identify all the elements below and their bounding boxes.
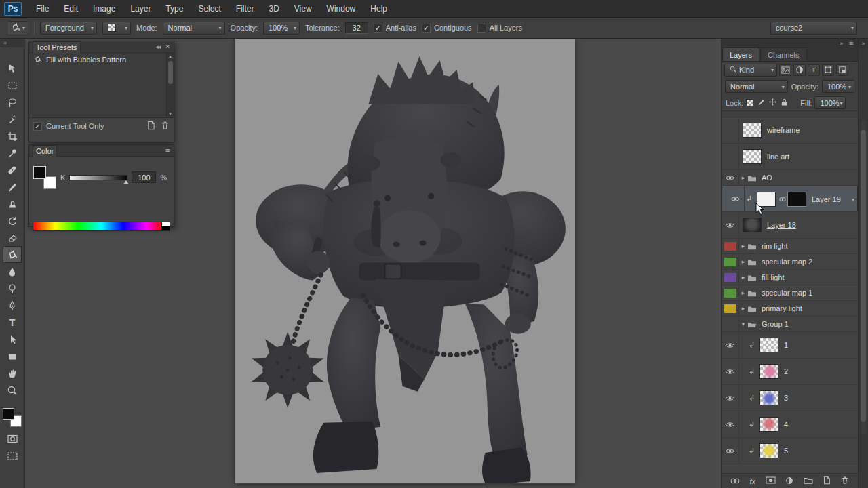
layer-name[interactable]: 4 <box>784 420 788 428</box>
color-panel-header[interactable]: Color <box>29 145 174 157</box>
layer-thumbnail[interactable] <box>757 192 776 207</box>
layer-row-specular-map-2[interactable]: specular map 2 <box>722 254 858 270</box>
filter-adjustment-layers-icon[interactable] <box>793 64 806 76</box>
expand-arrow-icon[interactable] <box>739 258 747 265</box>
tool-eraser[interactable] <box>3 229 22 246</box>
layer-name[interactable]: 5 <box>784 447 788 455</box>
tool-healing-brush[interactable] <box>3 161 22 178</box>
layer-row-line-art[interactable]: line art <box>722 144 858 170</box>
tool-presets-header[interactable]: Tool Presets <box>29 41 174 53</box>
layer-row-rim-light[interactable]: rim light <box>722 239 858 254</box>
menu-select[interactable]: Select <box>191 0 228 18</box>
filter-pixel-layers-icon[interactable] <box>779 64 791 76</box>
dock-menu-icon[interactable] <box>848 40 854 47</box>
menu-3d[interactable]: 3D <box>261 0 286 18</box>
visibility-well[interactable] <box>722 285 739 300</box>
lock-paint-icon[interactable] <box>757 98 765 107</box>
k-slider-knob[interactable] <box>123 180 129 184</box>
tool-hand[interactable] <box>3 365 22 382</box>
visibility-well[interactable] <box>722 301 739 316</box>
layer-thumbnail[interactable] <box>743 123 762 138</box>
new-adjustment-layer-icon[interactable] <box>785 476 793 486</box>
layer-name[interactable]: Layer 18 <box>767 221 796 229</box>
quick-mask-button[interactable] <box>7 434 18 445</box>
filter-smart-objects-icon[interactable] <box>836 64 848 76</box>
visibility-well[interactable] <box>722 117 739 143</box>
visibility-toggle[interactable] <box>722 411 739 437</box>
visibility-toggle[interactable] <box>722 170 739 185</box>
workspace-select[interactable]: course2 <box>770 22 857 35</box>
collapse-arrow-icon[interactable] <box>739 321 747 327</box>
filter-kind-select[interactable]: Kind <box>724 64 777 77</box>
new-group-icon[interactable] <box>804 476 813 485</box>
tab-channels[interactable]: Channels <box>760 47 806 61</box>
tool-rectangular-marquee[interactable] <box>3 77 22 94</box>
visibility-toggle[interactable] <box>722 385 739 411</box>
delete-preset-icon[interactable] <box>161 121 170 131</box>
visibility-well[interactable] <box>722 317 739 331</box>
expand-arrow-icon[interactable] <box>739 243 747 249</box>
menu-filter[interactable]: Filter <box>229 0 262 18</box>
new-preset-icon[interactable] <box>146 121 155 131</box>
layer-row-primary-light[interactable]: primary light <box>722 301 858 317</box>
tool-zoom[interactable] <box>3 382 22 399</box>
layer-row-1[interactable]: 1 <box>722 332 858 359</box>
layer-row-3[interactable]: 3 <box>722 385 858 411</box>
lock-transparency-icon[interactable] <box>746 99 753 106</box>
fill-source-select[interactable]: Foreground <box>40 22 97 35</box>
contiguous-checkbox[interactable] <box>422 24 431 33</box>
tolerance-input[interactable] <box>345 22 368 34</box>
layer-thumbnail[interactable] <box>760 443 778 458</box>
tool-path-selection[interactable] <box>3 331 22 348</box>
pattern-select[interactable] <box>102 22 131 35</box>
close-panel-icon[interactable] <box>165 43 170 50</box>
visibility-toggle[interactable] <box>727 186 745 211</box>
all-layers-option[interactable]: All Layers <box>477 24 522 33</box>
layer-name[interactable]: specular map 1 <box>762 289 812 297</box>
menu-window[interactable]: Window <box>319 0 363 18</box>
tool-quick-selection[interactable] <box>3 110 22 127</box>
layer-style-button[interactable]: fx <box>750 477 756 485</box>
layer-name[interactable]: AO <box>762 174 772 182</box>
tool-brush[interactable] <box>3 178 22 195</box>
blend-mode-select[interactable]: Normal <box>725 80 788 93</box>
layer-name[interactable]: Layer 19 <box>812 195 841 203</box>
menu-file[interactable]: File <box>28 0 56 18</box>
layer-name[interactable]: wireframe <box>767 126 800 134</box>
menu-view[interactable]: View <box>287 0 319 18</box>
layer-name[interactable]: 3 <box>784 394 788 402</box>
color-swatches[interactable] <box>33 166 56 189</box>
visibility-toggle[interactable] <box>722 332 739 358</box>
toolbar-collapse-icon[interactable]: » <box>0 39 24 47</box>
foreground-color-swatch[interactable] <box>33 166 46 179</box>
expand-arrow-icon[interactable] <box>739 289 747 296</box>
visibility-toggle[interactable] <box>722 359 739 384</box>
tool-blur[interactable] <box>3 263 22 280</box>
visibility-toggle[interactable] <box>722 212 739 238</box>
filter-type-layers-icon[interactable]: T <box>808 64 820 76</box>
tool-history-brush[interactable] <box>3 212 22 229</box>
tool-pen[interactable] <box>3 297 22 314</box>
tool-presets-tab[interactable]: Tool Presets <box>33 41 81 53</box>
layer-row-ao[interactable]: AO <box>722 170 858 186</box>
scroll-down-icon[interactable]: ▾ <box>169 110 172 117</box>
tool-clone-stamp[interactable] <box>3 195 22 212</box>
expand-arrow-icon[interactable] <box>739 274 747 281</box>
tool-crop[interactable] <box>3 127 22 144</box>
scroll-up-icon[interactable]: ▴ <box>169 53 172 60</box>
expand-arrow-icon[interactable] <box>739 305 747 312</box>
tool-eyedropper[interactable] <box>3 144 22 161</box>
tool-rectangle-shape[interactable] <box>3 348 22 365</box>
scrollbar-thumb[interactable] <box>168 61 173 84</box>
layer-name[interactable]: rim light <box>762 242 788 250</box>
tool-lasso[interactable] <box>3 94 22 110</box>
presets-scrollbar[interactable]: ▴ ▾ <box>166 53 174 117</box>
document-canvas[interactable] <box>235 39 575 483</box>
layer-name[interactable]: Group 1 <box>762 320 789 328</box>
fill-select[interactable]: 100% <box>814 96 846 109</box>
layer-thumbnail[interactable] <box>760 338 778 352</box>
layer-row-2[interactable]: 2 <box>722 359 858 385</box>
layer-mask-thumbnail[interactable] <box>787 192 806 207</box>
all-layers-checkbox[interactable] <box>477 24 486 33</box>
screen-mode-button[interactable] <box>7 451 18 462</box>
